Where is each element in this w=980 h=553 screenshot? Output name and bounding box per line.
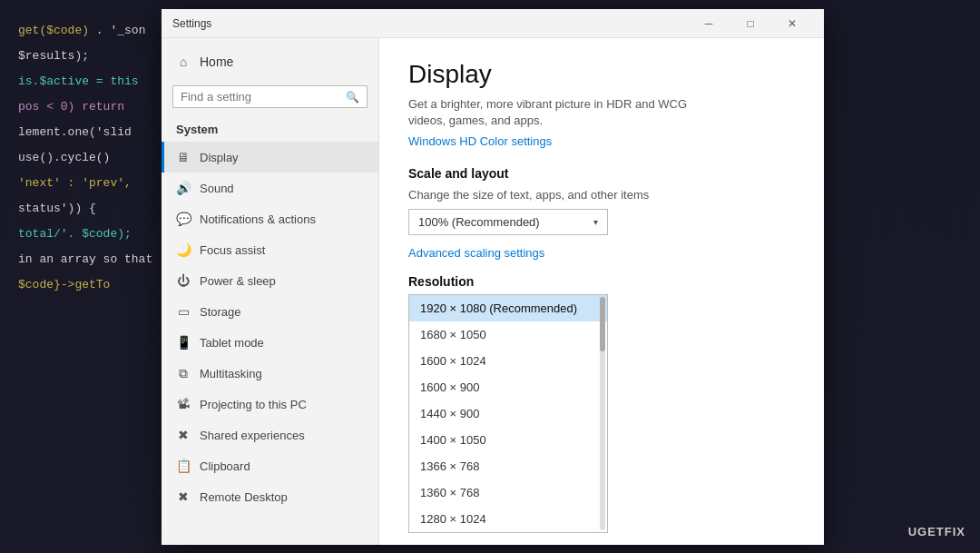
resolution-dropdown[interactable]: 1920 × 1080 (Recommended) 1680 × 1050 16… — [408, 294, 608, 533]
storage-icon: ▭ — [176, 304, 191, 319]
resolution-scrollbar[interactable] — [600, 297, 605, 530]
sidebar-item-display[interactable]: 🖥 Display — [162, 142, 378, 173]
resolution-option-7[interactable]: 1360 × 768 — [409, 479, 607, 506]
advanced-scaling-link[interactable]: Advanced scaling settings — [408, 246, 544, 260]
scale-value: 100% (Recommended) — [418, 215, 540, 229]
tablet-icon: 📱 — [176, 335, 191, 350]
resolution-option-2[interactable]: 1600 × 1024 — [409, 348, 607, 374]
notifications-icon: 💬 — [176, 212, 191, 226]
sidebar-item-tablet-label: Tablet mode — [200, 336, 264, 350]
sidebar-item-power-label: Power & sleep — [200, 274, 276, 288]
resolution-option-5[interactable]: 1400 × 1050 — [409, 427, 607, 453]
scale-dropdown-arrow: ▾ — [593, 217, 598, 227]
sidebar-item-power[interactable]: ⏻ Power & sleep — [162, 265, 378, 296]
resolution-scrollbar-thumb[interactable] — [600, 297, 605, 351]
sidebar-item-focus-label: Focus assist — [200, 243, 265, 257]
scale-layout-title: Scale and layout — [408, 166, 795, 181]
close-button[interactable]: ✕ — [771, 9, 813, 38]
search-box[interactable]: 🔍 — [172, 85, 368, 108]
sidebar: ⌂ Home 🔍 System 🖥 Display 🔊 Sound 💬 Noti… — [162, 38, 379, 545]
scale-desc: Change the size of text, apps, and other… — [408, 188, 795, 202]
sidebar-item-shared[interactable]: ✖ Shared experiences — [162, 420, 378, 450]
sidebar-item-notifications-label: Notifications & actions — [200, 212, 316, 226]
maximize-button[interactable]: □ — [730, 9, 771, 38]
page-title: Display — [408, 60, 795, 89]
resolution-option-4[interactable]: 1440 × 900 — [409, 400, 607, 427]
resolution-option-8[interactable]: 1280 × 1024 — [409, 506, 607, 532]
sidebar-item-projecting-label: Projecting to this PC — [200, 398, 307, 411]
hd-color-link[interactable]: Windows HD Color settings — [408, 134, 552, 148]
multitasking-icon: ⧉ — [176, 366, 191, 380]
sidebar-item-tablet[interactable]: 📱 Tablet mode — [162, 327, 378, 358]
scale-dropdown[interactable]: 100% (Recommended) ▾ — [408, 209, 608, 235]
resolution-option-6[interactable]: 1366 × 768 — [409, 453, 607, 479]
sidebar-item-remote-label: Remote Desktop — [200, 490, 288, 504]
display-icon: 🖥 — [176, 150, 191, 164]
window-title: Settings — [172, 17, 211, 30]
sidebar-item-notifications[interactable]: 💬 Notifications & actions — [162, 203, 378, 234]
home-label: Home — [200, 54, 233, 69]
system-label: System — [162, 115, 378, 142]
sidebar-item-multitasking-label: Multitasking — [200, 367, 262, 380]
sidebar-item-sound[interactable]: 🔊 Sound — [162, 173, 378, 203]
resolution-option-1[interactable]: 1680 × 1050 — [409, 321, 607, 348]
sound-icon: 🔊 — [176, 181, 191, 195]
focus-icon: 🌙 — [176, 242, 191, 257]
page-subtitle: Get a brighter, more vibrant picture in … — [408, 96, 717, 129]
sidebar-item-shared-label: Shared experiences — [200, 429, 305, 442]
home-icon: ⌂ — [176, 54, 191, 69]
sidebar-item-focus[interactable]: 🌙 Focus assist — [162, 234, 378, 265]
search-icon: 🔍 — [346, 91, 359, 104]
minimize-button[interactable]: ─ — [688, 9, 730, 38]
content-area: Display Get a brighter, more vibrant pic… — [379, 38, 824, 545]
resolution-option-0[interactable]: 1920 × 1080 (Recommended) — [409, 295, 607, 321]
watermark: UGETFIX — [908, 525, 965, 538]
scale-dropdown-wrapper: 100% (Recommended) ▾ — [408, 209, 608, 235]
sidebar-item-clipboard[interactable]: 📋 Clipboard — [162, 450, 378, 481]
sidebar-item-multitasking[interactable]: ⧉ Multitasking — [162, 358, 378, 389]
search-input[interactable] — [181, 90, 346, 104]
title-bar: Settings ─ □ ✕ — [162, 9, 824, 38]
projecting-icon: 📽 — [176, 397, 191, 411]
resolution-option-3[interactable]: 1600 × 900 — [409, 374, 607, 400]
clipboard-icon: 📋 — [176, 459, 191, 473]
remote-icon: ✖ — [176, 489, 191, 504]
resolution-title: Resolution — [408, 274, 795, 289]
sidebar-item-display-label: Display — [200, 151, 239, 164]
sidebar-item-remote[interactable]: ✖ Remote Desktop — [162, 481, 378, 512]
sidebar-item-clipboard-label: Clipboard — [200, 459, 250, 473]
sidebar-item-sound-label: Sound — [200, 182, 234, 195]
power-icon: ⏻ — [176, 273, 191, 288]
sidebar-item-storage[interactable]: ▭ Storage — [162, 296, 378, 327]
shared-icon: ✖ — [176, 428, 191, 442]
sidebar-item-projecting[interactable]: 📽 Projecting to this PC — [162, 389, 378, 420]
settings-body: ⌂ Home 🔍 System 🖥 Display 🔊 Sound 💬 Noti… — [162, 38, 824, 545]
window-controls: ─ □ ✕ — [688, 9, 813, 38]
sidebar-home[interactable]: ⌂ Home — [162, 45, 378, 78]
sidebar-item-storage-label: Storage — [200, 305, 241, 319]
settings-window: Settings ─ □ ✕ ⌂ Home 🔍 System 🖥 Display — [162, 9, 824, 545]
